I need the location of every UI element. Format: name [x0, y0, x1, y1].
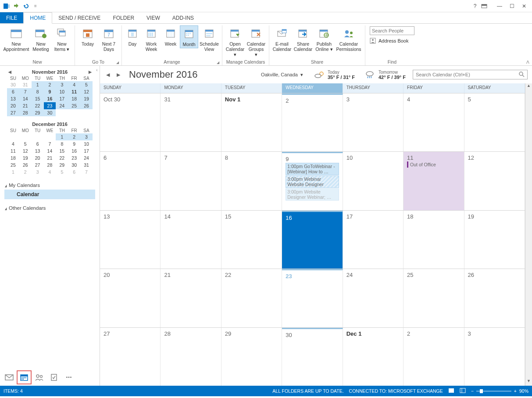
- other-calendars-group[interactable]: Other Calendars: [4, 204, 95, 212]
- qat-sendreceive-icon[interactable]: [13, 3, 20, 10]
- day-cell[interactable]: 13: [100, 211, 161, 269]
- mini-day[interactable]: 3: [80, 133, 93, 140]
- minimize-button[interactable]: —: [493, 3, 506, 9]
- month-button[interactable]: Month: [180, 25, 198, 48]
- mini-day[interactable]: 13: [7, 95, 19, 102]
- mini-day[interactable]: 15: [56, 147, 68, 154]
- event[interactable]: 3:00pm Webinar Website Designer: [286, 176, 339, 188]
- day-cell[interactable]: 24: [343, 269, 403, 327]
- mini-day[interactable]: 12: [80, 88, 93, 95]
- day-cell[interactable]: 5: [464, 93, 525, 151]
- mini-day[interactable]: [7, 133, 19, 140]
- day-cell[interactable]: Nov 1: [221, 93, 282, 151]
- event[interactable]: 3:00pm Website Designer Webinar; …: [286, 188, 339, 201]
- tab-file[interactable]: FILE: [0, 12, 23, 23]
- event[interactable]: 1:00pm GoToWebinar - [Webinar] How to …: [286, 163, 339, 175]
- prev-icon[interactable]: ◀: [7, 70, 12, 74]
- prev-month-button[interactable]: ◀: [104, 72, 111, 78]
- day-cell[interactable]: 29: [221, 328, 282, 386]
- mini-day[interactable]: 13: [32, 147, 44, 154]
- day-cell[interactable]: 19: [464, 211, 525, 269]
- mini-day[interactable]: 4: [68, 81, 80, 88]
- mini-day[interactable]: 12: [19, 147, 32, 154]
- mini-day[interactable]: 25: [68, 102, 80, 109]
- mini-day[interactable]: 6: [32, 140, 44, 147]
- next7days-button[interactable]: 7Next 7 Days: [99, 25, 119, 53]
- search-calendar[interactable]: [413, 70, 528, 79]
- day-cell[interactable]: 91:00pm GoToWebinar - [Webinar] How to ……: [282, 152, 343, 210]
- day-cell[interactable]: 6: [100, 152, 161, 210]
- day-button[interactable]: Day: [125, 25, 140, 47]
- mini-day[interactable]: 11: [7, 147, 19, 154]
- mini-day[interactable]: 20: [32, 154, 44, 161]
- work-week-button[interactable]: Work Week: [141, 25, 161, 53]
- event[interactable]: Out of Office: [407, 161, 460, 168]
- mini-day[interactable]: 22: [56, 154, 68, 161]
- collapse-sidebar-button[interactable]: ‹: [94, 66, 100, 75]
- tab-view[interactable]: VIEW: [140, 12, 166, 23]
- mini-day[interactable]: 14: [19, 95, 32, 102]
- help-button[interactable]: ?: [469, 3, 481, 9]
- maximize-button[interactable]: ☐: [506, 3, 518, 9]
- new-appointment-button[interactable]: New Appointment: [3, 25, 30, 53]
- mini-day[interactable]: 21: [19, 102, 32, 109]
- day-cell[interactable]: 21: [161, 269, 221, 327]
- day-cell[interactable]: 22: [221, 269, 282, 327]
- day-cell[interactable]: 7: [161, 152, 221, 210]
- mini-day[interactable]: 2: [44, 81, 56, 88]
- tab-folder[interactable]: FOLDER: [107, 12, 140, 23]
- day-cell[interactable]: 17: [343, 211, 403, 269]
- mini-day[interactable]: [32, 133, 44, 140]
- zoom-slider[interactable]: − + 90%: [471, 388, 528, 394]
- mini-day[interactable]: 21: [44, 154, 56, 161]
- day-cell[interactable]: 20: [100, 269, 161, 327]
- day-cell[interactable]: 23: [282, 269, 343, 327]
- mini-day[interactable]: 23: [68, 154, 80, 161]
- next-icon[interactable]: ▶: [87, 70, 93, 74]
- mini-day[interactable]: 30: [44, 109, 56, 116]
- mini-day[interactable]: 31: [19, 81, 32, 88]
- share-calendar-button[interactable]: Share Calendar: [293, 25, 313, 53]
- mini-day[interactable]: 5: [80, 81, 93, 88]
- mini-day[interactable]: 26: [80, 102, 93, 109]
- schedule-view-button[interactable]: Schedule View: [199, 25, 219, 53]
- day-cell[interactable]: 31: [161, 93, 221, 151]
- day-cell[interactable]: 2: [282, 93, 343, 151]
- dialog-launcher-icon[interactable]: ◢: [217, 61, 219, 65]
- mini-day[interactable]: 25: [7, 161, 19, 169]
- mini-day[interactable]: 20: [7, 102, 19, 109]
- mini-day[interactable]: 26: [19, 161, 32, 169]
- day-cell[interactable]: 4: [403, 93, 464, 151]
- search-calendar-input[interactable]: [416, 72, 518, 77]
- day-cell[interactable]: Oct 30: [100, 93, 161, 151]
- mini-day[interactable]: 29: [56, 161, 68, 169]
- day-cell[interactable]: 15: [221, 211, 282, 269]
- calendar-permissions-button[interactable]: Calendar Permissions: [335, 25, 362, 53]
- mini-day[interactable]: 3: [32, 169, 44, 176]
- mini-day[interactable]: 2: [19, 169, 32, 176]
- close-button[interactable]: ✕: [518, 3, 530, 9]
- dialog-launcher-icon[interactable]: ◢: [116, 61, 119, 65]
- view-normal-icon[interactable]: [448, 388, 454, 394]
- mini-day[interactable]: 28: [19, 109, 32, 116]
- scrollbar[interactable]: ▼: [525, 93, 532, 386]
- search-icon[interactable]: [518, 71, 525, 78]
- mini-day[interactable]: [56, 109, 68, 116]
- ribbon-display-button[interactable]: [481, 4, 493, 8]
- email-calendar-button[interactable]: E-mail Calendar: [272, 25, 292, 53]
- nav-people-button[interactable]: [32, 370, 46, 384]
- mini-day[interactable]: 30: [68, 161, 80, 169]
- nav-calendar-button[interactable]: [17, 370, 32, 384]
- mini-day[interactable]: 17: [56, 95, 68, 102]
- mini-day[interactable]: 19: [80, 95, 93, 102]
- month-grid[interactable]: Oct 3031Nov 1234567891:00pm GoToWebinar …: [100, 93, 525, 386]
- mini-day[interactable]: 16: [68, 147, 80, 154]
- address-book-button[interactable]: Address Book: [370, 38, 408, 44]
- qat-undo-icon[interactable]: [22, 3, 29, 10]
- mini-calendar-nov[interactable]: ◀November 2016▶SUMOTUWETHFRSA30311234567…: [0, 66, 100, 118]
- day-cell[interactable]: 10: [343, 152, 403, 210]
- open-calendar-button[interactable]: Open Calendar ▾: [225, 25, 245, 58]
- new-meeting-button[interactable]: New Meeting: [31, 25, 51, 53]
- mini-day[interactable]: 7: [80, 169, 93, 176]
- my-calendars-group[interactable]: My Calendars: [4, 181, 95, 190]
